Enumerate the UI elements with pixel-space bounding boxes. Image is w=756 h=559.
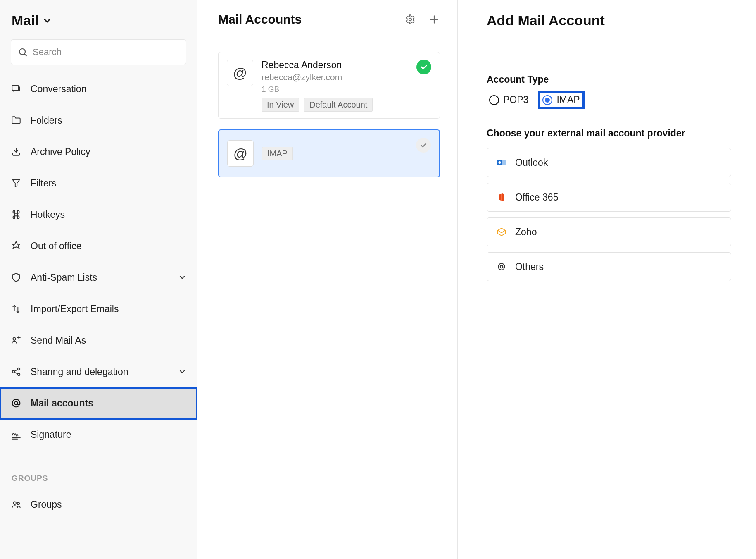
status-pending-icon [416,138,431,153]
svg-point-19 [499,161,501,164]
search-icon [18,47,28,57]
share-icon [11,366,21,377]
sidebar-item-signature[interactable]: Signature [0,419,197,450]
hotkeys-icon [11,209,21,220]
account-info: IMAP [262,147,431,160]
radio-label: IMAP [556,94,580,105]
svg-point-3 [13,338,16,341]
provider-label: Others [515,261,544,272]
sidebar-item-sharing-delegation[interactable]: Sharing and delegation [0,356,197,387]
nav-label: Import/Export Emails [31,303,186,315]
sidebar-title: Mail [12,12,39,29]
nav-label: Mail accounts [31,398,186,409]
status-verified-icon [416,60,431,74]
sidebar-item-send-mail-as[interactable]: Send Mail As [0,325,197,356]
account-info: Rebecca Anderson rebecca@zylker.com 1 GB… [262,60,431,112]
add-account-button[interactable] [428,14,440,25]
account-email: rebecca@zylker.com [262,72,431,82]
radio-icon [489,95,499,105]
svg-line-8 [14,372,18,374]
office365-icon [496,192,507,203]
add-account-panel: Add Mail Account Account Type POP3 IMAP … [458,0,756,559]
svg-point-14 [409,18,412,21]
account-tags: IMAP [262,147,431,160]
nav-label: Sharing and delegation [31,366,169,377]
nav-label: Groups [31,499,186,510]
send-as-icon [11,335,21,346]
svg-point-9 [14,401,18,405]
archive-icon [11,146,21,157]
account-card-selected[interactable]: @ IMAP [218,129,440,177]
conversation-icon [11,84,21,94]
nav-label: Filters [31,178,186,189]
accounts-title: Mail Accounts [218,12,404,26]
nav-divider [8,458,189,458]
nav-label: Hotkeys [31,209,186,220]
search-input-wrap[interactable] [11,39,186,65]
account-tags: In View Default Account [262,98,431,112]
sidebar-item-anti-spam-lists[interactable]: Anti-Spam Lists [0,262,197,293]
nav-label: Send Mail As [31,335,186,346]
radio-imap[interactable]: IMAP [540,93,582,107]
nav-label: Conversation [31,84,186,95]
nav-label: Folders [31,115,186,126]
sidebar-item-mail-accounts[interactable]: Mail accounts [0,387,197,419]
provider-label: Choose your external mail account provid… [487,128,731,139]
sidebar: Mail Conversation Folders Archiv [0,0,197,559]
at-icon: @ [227,60,253,86]
sidebar-item-import-export[interactable]: Import/Export Emails [0,293,197,325]
account-card[interactable]: @ Rebecca Anderson rebecca@zylker.com 1 … [218,52,440,119]
sidebar-item-out-of-office[interactable]: Out of office [0,230,197,262]
nav-label: Archive Policy [31,146,186,158]
sidebar-nav: Conversation Folders Archive Policy Filt… [0,73,197,559]
add-account-title: Add Mail Account [487,12,731,29]
svg-rect-18 [502,160,506,165]
account-storage: 1 GB [262,85,431,94]
radio-pop3[interactable]: POP3 [487,93,531,107]
chevron-down-icon [178,273,186,282]
provider-office365[interactable]: Office 365 [487,183,731,212]
provider-outlook[interactable]: Outlook [487,148,731,177]
account-type-label: Account Type [487,74,731,85]
at-icon: @ [227,140,254,167]
out-of-office-icon [11,241,21,251]
outlook-icon [496,157,507,168]
account-tag: Default Account [304,98,373,112]
svg-rect-2 [12,85,18,90]
accounts-header: Mail Accounts [218,12,440,35]
provider-label: Outlook [515,157,548,168]
nav-group-label: GROUPS [0,462,197,489]
account-tag: In View [262,98,299,112]
provider-list: Outlook Office 365 Zoho Others [487,148,731,281]
sidebar-header[interactable]: Mail [0,12,197,36]
svg-line-1 [25,54,27,56]
nav-label: Anti-Spam Lists [31,272,169,283]
import-export-icon [11,303,21,314]
folder-icon [11,115,21,126]
sidebar-item-groups[interactable]: Groups [0,489,197,520]
at-icon [496,261,507,272]
chevron-down-icon [178,368,186,376]
provider-zoho[interactable]: Zoho [487,217,731,246]
nav-label: Out of office [31,241,186,252]
sidebar-item-conversation[interactable]: Conversation [0,73,197,105]
provider-label: Office 365 [515,192,558,203]
account-tag: IMAP [262,147,293,160]
sidebar-item-folders[interactable]: Folders [0,105,197,136]
zoho-icon [496,227,507,237]
svg-point-13 [17,502,19,504]
provider-others[interactable]: Others [487,252,731,281]
settings-button[interactable] [404,14,416,25]
radio-icon [542,95,552,105]
search-input[interactable] [33,47,179,57]
svg-line-7 [14,370,18,371]
sidebar-item-archive-policy[interactable]: Archive Policy [0,136,197,167]
radio-label: POP3 [503,94,528,105]
signature-icon [11,429,21,440]
at-icon [11,398,21,408]
filter-icon [11,178,21,189]
sidebar-item-filters[interactable]: Filters [0,167,197,199]
sidebar-item-hotkeys[interactable]: Hotkeys [0,199,197,230]
svg-point-12 [14,502,17,505]
shield-icon [11,272,21,283]
